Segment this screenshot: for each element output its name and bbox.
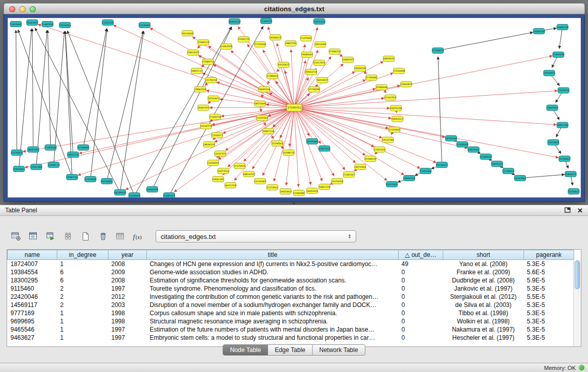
table-row[interactable]: 969969511998Structural magnetic resonanc… [8, 317, 574, 325]
graph-node[interactable]: 20176482 [139, 22, 150, 28]
graph-node[interactable]: 21264970 [260, 18, 272, 24]
graph-node[interactable]: 22161503 [385, 95, 396, 100]
graph-edge[interactable] [559, 30, 562, 49]
graph-node[interactable]: 20083547 [342, 57, 354, 62]
graph-edge[interactable] [441, 32, 533, 50]
graph-edge[interactable] [218, 110, 292, 160]
graph-node[interactable]: 19867234 [263, 128, 274, 134]
graph-edge[interactable] [297, 108, 388, 128]
graph-edge[interactable] [295, 111, 322, 181]
graph-node[interactable]: 21370925 [234, 163, 245, 169]
graph-node[interactable]: 19402576 [146, 187, 158, 192]
graph-node[interactable]: 21390648 [480, 154, 491, 160]
graph-node[interactable]: 21748396 [309, 86, 320, 92]
graph-edge[interactable] [260, 106, 261, 112]
graph-node[interactable]: 22017453 [314, 60, 325, 65]
graph-node[interactable]: 18549236 [355, 65, 366, 71]
graph-node[interactable]: 18725903 [355, 164, 366, 170]
graph-node[interactable]: 21278234 [205, 77, 216, 83]
graph-node[interactable]: 21634087 [128, 193, 140, 198]
column-header-pagerank[interactable]: pagerank [524, 250, 574, 260]
graph-node[interactable]: 20732641 [208, 96, 219, 101]
function-builder-icon[interactable]: f(x) [130, 229, 145, 244]
graph-node[interactable]: 20743861 [101, 179, 113, 184]
graph-node[interactable]: 22154836 [254, 41, 266, 47]
graph-node[interactable]: 21470368 [420, 168, 431, 174]
graph-node[interactable]: 19652803 [280, 189, 291, 194]
table-row[interactable]: 1456911722003Disruption of a novel membe… [8, 301, 574, 309]
graph-node[interactable]: 18847295 [285, 40, 296, 46]
graph-edge[interactable] [556, 128, 561, 137]
graph-edge[interactable] [16, 30, 17, 149]
graph-node[interactable]: 20694318 [258, 86, 270, 92]
graph-node[interactable]: 20135879 [11, 150, 23, 156]
graph-node[interactable]: 19316852 [543, 70, 555, 76]
graph-node[interactable]: 22148503 [503, 168, 514, 174]
graph-node[interactable]: 21246809 [78, 145, 89, 150]
graph-node[interactable]: 19154368 [307, 139, 318, 144]
graph-node[interactable]: 18904327 [391, 116, 403, 122]
graph-node[interactable]: 22544017 [211, 133, 223, 138]
graph-node[interactable]: 22310594 [85, 177, 96, 182]
network-selector[interactable]: citations_edges.txt ▲▼ [156, 230, 356, 243]
graph-edge[interactable] [295, 111, 311, 185]
graph-node[interactable]: 18936103 [203, 142, 214, 147]
graph-node[interactable]: 21573820 [548, 140, 559, 145]
table-row[interactable]: 946362711997Embryonic stem cells: a mode… [8, 334, 574, 342]
graph-node[interactable]: 22190563 [272, 141, 283, 146]
graph-node[interactable]: 19381274 [238, 36, 249, 42]
graph-node[interactable]: 22358016 [432, 48, 443, 53]
graph-node[interactable]: 19705318 [314, 18, 325, 24]
graph-node[interactable]: 19861504 [194, 86, 206, 92]
graph-edge[interactable] [571, 177, 573, 185]
graph-node[interactable]: 20941287 [212, 177, 224, 182]
graph-node[interactable]: 20317645 [386, 182, 398, 187]
graph-node[interactable]: 18793246 [445, 136, 456, 141]
row-tools-icon[interactable] [60, 229, 76, 244]
graph-edge[interactable] [297, 109, 437, 163]
delete-rows-icon[interactable] [95, 229, 111, 244]
graph-node[interactable]: 20841376 [319, 184, 330, 190]
graph-edge[interactable] [48, 30, 51, 144]
table-settings-icon[interactable] [8, 229, 24, 244]
graph-node[interactable]: 21704385 [366, 75, 377, 80]
graph-node[interactable]: 21658402 [207, 160, 219, 166]
graph-node[interactable]: 19528746 [59, 22, 71, 28]
graph-node[interactable]: 20589734 [533, 28, 545, 34]
graph-node[interactable]: 18642095 [28, 147, 39, 152]
graph-edge[interactable] [136, 27, 232, 192]
graph-node[interactable]: 20468129 [48, 162, 59, 168]
graph-edge[interactable] [297, 108, 390, 108]
graph-node[interactable]: 21063594 [221, 43, 232, 49]
graph-edge[interactable] [523, 174, 564, 178]
graph-edge[interactable] [285, 71, 294, 104]
graph-node[interactable]: 22085314 [163, 193, 175, 198]
column-header-short[interactable]: short [443, 250, 524, 260]
scrollbar-thumb[interactable] [575, 260, 580, 289]
graph-edge[interactable] [267, 79, 271, 84]
graph-node[interactable]: 22467031 [319, 146, 330, 151]
graph-node[interactable]: 22403158 [102, 19, 114, 25]
minimize-window-button[interactable] [19, 6, 26, 12]
graph-edge[interactable] [23, 108, 291, 151]
graph-edge[interactable] [125, 109, 291, 190]
graph-node[interactable]: 21582347 [343, 172, 355, 178]
graph-node[interactable]: 22060124 [198, 39, 209, 45]
graph-node[interactable]: 17584214 [202, 59, 213, 64]
column-header-title[interactable]: title [147, 250, 399, 260]
network-window-titlebar[interactable]: citations_edges.txt [4, 3, 585, 14]
float-panel-icon[interactable] [564, 207, 571, 214]
graph-node[interactable]: 18342957 [27, 19, 38, 25]
table-row[interactable]: 1830029562008Estimation of significance … [8, 276, 574, 285]
graph-node[interactable]: 21936218 [209, 114, 221, 120]
graph-node[interactable]: 18269405 [114, 190, 125, 195]
table-import-icon[interactable] [43, 229, 58, 244]
graph-edge[interactable] [551, 75, 560, 85]
graph-edge[interactable] [554, 111, 559, 120]
graph-node[interactable]: 19248067 [559, 156, 570, 162]
graph-node[interactable]: 17240311 [287, 104, 302, 112]
column-header-in_degree[interactable]: in_degree [57, 250, 108, 260]
table-scrollbar[interactable] [573, 259, 581, 346]
graph-node[interactable]: 20348176 [283, 150, 294, 156]
tab-network-table[interactable]: Network Table [313, 345, 365, 355]
